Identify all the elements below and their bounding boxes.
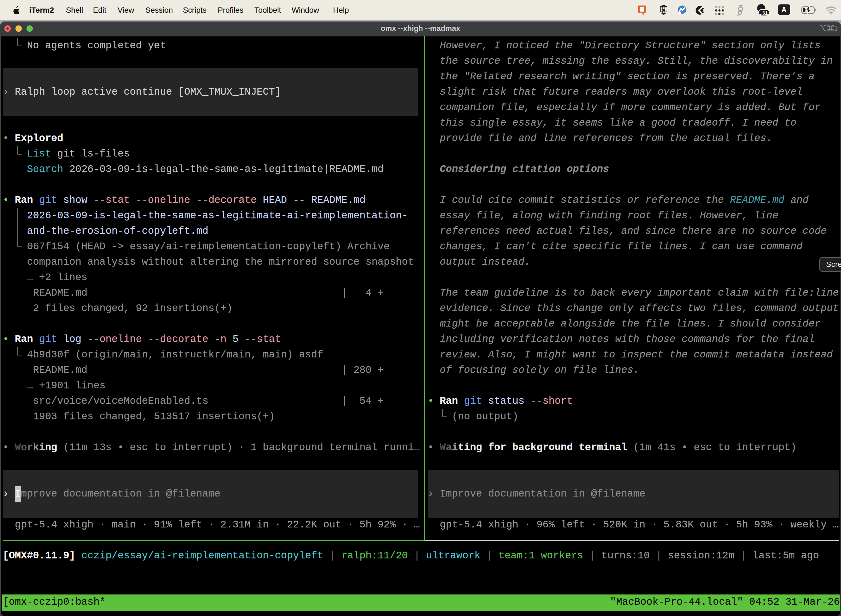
svg-text:1: 1: [834, 25, 837, 32]
svg-text:..61: ..61: [760, 10, 768, 16]
svg-text:A: A: [781, 6, 787, 14]
